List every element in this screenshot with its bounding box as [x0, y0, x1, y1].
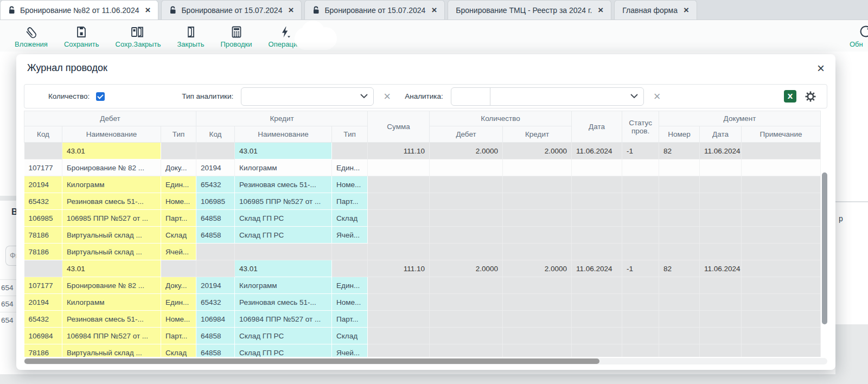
cell: Доку... — [161, 159, 196, 176]
modal-title: Журнал проводок — [27, 62, 107, 74]
cell — [622, 159, 659, 176]
cell — [24, 143, 62, 159]
cell: 11.06.2024 — [700, 260, 742, 277]
cell: 106985 — [24, 210, 62, 227]
toolbar-button[interactable]: Проводки — [212, 21, 260, 51]
horizontal-scrollbar-track[interactable] — [24, 358, 827, 364]
cell — [368, 210, 430, 227]
toolbar-button-label: Закрыть — [177, 40, 204, 48]
tab-close-icon[interactable]: × — [598, 5, 603, 15]
cell: Склад ГП РС — [235, 227, 332, 244]
transaction-row[interactable]: 20194КилограммЕдин...65432Резиновая смес… — [24, 294, 821, 311]
tab[interactable]: Бронирование №82 от 11.06.2024 × — [0, 0, 158, 20]
cell — [368, 227, 430, 244]
cell: Бронирование № 82 ... — [62, 277, 161, 294]
transaction-row[interactable]: 107177Бронирование № 82 ...Доку...20194К… — [24, 159, 821, 176]
cell: 20194 — [24, 294, 62, 311]
cell: 43.01 — [235, 260, 332, 277]
cell: Резиновая смесь 51-... — [235, 294, 332, 311]
door-icon — [184, 24, 197, 39]
analytics-type-clear-icon[interactable]: × — [384, 91, 391, 103]
transaction-row[interactable]: 107177Бронирование № 82 ...Доку...20194К… — [24, 277, 821, 294]
header-debit-code: Код — [24, 126, 62, 143]
toolbar-button-label: Вложения — [15, 40, 48, 48]
cell — [700, 311, 742, 328]
application-window: Бронирование №82 от 11.06.2024 × Брониро… — [0, 0, 868, 384]
analytics-clear-icon[interactable]: × — [654, 91, 661, 103]
cell — [622, 328, 659, 344]
cell: -1 — [622, 260, 659, 277]
tab[interactable]: Бронирование ТМЦ - Реестр за 2024 г. × — [448, 0, 611, 20]
toolbar-button[interactable]: Сохранить — [56, 21, 107, 51]
transaction-row[interactable]: 65432Резиновая смесь 51-...Номе...106984… — [24, 311, 821, 328]
cell — [430, 193, 503, 210]
transaction-row[interactable]: 106985106985 ППР №527 от ...Парт...64858… — [24, 210, 821, 227]
transaction-row[interactable]: 78186Виртуальный склад ...Склад64858Скла… — [24, 227, 821, 244]
background-filter-input[interactable]: Фи — [5, 246, 16, 266]
cell: 78186 — [24, 344, 62, 357]
background-bottom-strip — [0, 374, 868, 384]
tab[interactable]: Бронирование от 15.07.2024 × — [304, 0, 445, 20]
cell — [659, 176, 700, 193]
excel-export-icon[interactable]: X — [784, 90, 796, 103]
modal-close-icon[interactable]: × — [817, 63, 825, 74]
cell: 65432 — [24, 311, 62, 328]
cell: Резиновая смесь 51-... — [62, 311, 161, 328]
cell — [503, 159, 572, 176]
cell — [235, 244, 332, 260]
cell: Бронирование № 82 ... — [62, 159, 161, 176]
summary-row[interactable]: 43.0143.01111.102.00002.000011.06.2024-1… — [24, 143, 821, 159]
cell — [368, 244, 430, 260]
cell — [368, 311, 430, 328]
toolbar-button[interactable]: Вложения — [7, 21, 56, 51]
horizontal-scrollbar-thumb[interactable] — [24, 359, 599, 364]
tab-close-icon[interactable]: × — [288, 5, 293, 15]
cell — [700, 159, 742, 176]
header-debit-name: Наименование — [62, 126, 161, 143]
analytics-type-select[interactable] — [241, 87, 374, 106]
vertical-scrollbar-thumb[interactable] — [822, 172, 827, 324]
transaction-row[interactable]: 65432Резиновая смесь 51-...Номе...106985… — [24, 193, 821, 210]
cell: Един... — [332, 159, 368, 176]
cell: 11.06.2024 — [572, 143, 622, 159]
cell: 43.01 — [62, 260, 161, 277]
transaction-row[interactable]: 78186Виртуальный склад ...Склад64858Скла… — [24, 344, 821, 357]
cell — [430, 294, 503, 311]
cell — [742, 311, 821, 328]
cell — [430, 244, 503, 260]
cell — [368, 176, 430, 193]
cell — [572, 176, 622, 193]
cell: Един... — [332, 277, 368, 294]
cell: Склад — [332, 210, 368, 227]
refresh-button[interactable]: Обн — [850, 24, 868, 48]
cell: 64858 — [196, 344, 235, 357]
analytics-select[interactable] — [451, 87, 644, 106]
tab-label: Бронирование №82 от 11.06.2024 — [20, 6, 139, 15]
tab-close-icon[interactable]: × — [684, 5, 689, 15]
cell: 65432 — [196, 176, 235, 193]
cell — [503, 294, 572, 311]
toolbar: Вложения Сохранить Сохр.Закрыть Закрыть … — [0, 20, 868, 52]
tab-close-icon[interactable]: × — [145, 5, 150, 15]
cell — [659, 227, 700, 244]
cell — [742, 244, 821, 260]
cell: Склад — [161, 227, 196, 244]
cell: Парт... — [332, 193, 368, 210]
tab-close-icon[interactable]: × — [431, 5, 437, 15]
quantity-checkbox[interactable] — [96, 92, 105, 101]
tab[interactable]: Главная форма × — [614, 0, 697, 20]
cell — [503, 176, 572, 193]
transaction-row[interactable]: 78186Виртуальный склад ...Ячей... — [24, 244, 821, 260]
transaction-row[interactable]: 20194КилограммЕдин...65432Резиновая смес… — [24, 176, 821, 193]
settings-gear-icon[interactable] — [804, 90, 817, 103]
summary-row[interactable]: 43.0143.01111.102.00002.000011.06.2024-1… — [24, 260, 821, 277]
toolbar-button[interactable]: Сохр.Закрыть — [107, 21, 169, 51]
cell: 11.06.2024 — [700, 143, 742, 159]
lightning-icon — [278, 24, 291, 39]
analytics-code-input[interactable] — [451, 88, 490, 105]
tab[interactable]: Бронирование от 15.07.2024 × — [161, 0, 302, 20]
cell — [700, 328, 742, 344]
transaction-row[interactable]: 106984106984 ППР №527 от ...Парт...64858… — [24, 328, 821, 344]
cell: Доку... — [161, 277, 196, 294]
toolbar-button[interactable]: Закрыть — [169, 21, 212, 51]
